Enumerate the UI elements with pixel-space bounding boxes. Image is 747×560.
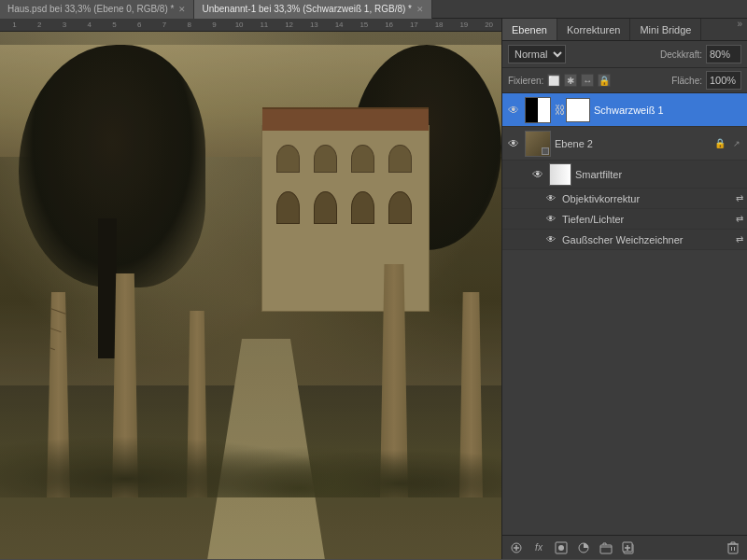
layer-item-objektivkorrektur[interactable]: 👁 Objektivkorrektur ⇄: [502, 189, 747, 209]
filter-arrow-tiefen[interactable]: ⇄: [736, 214, 743, 224]
layers-blend-row: Normal Deckkraft:: [502, 41, 747, 68]
layer-link-schwarzweiss: ⛓: [555, 104, 562, 117]
eye-icon-smartfilter[interactable]: 👁: [530, 167, 545, 182]
fx-label: fx: [535, 542, 543, 553]
tab-korrekturen-label: Korrekturen: [567, 24, 620, 35]
layer-thumb-smartfilter: [549, 163, 571, 186]
svg-rect-7: [728, 544, 738, 553]
ruler-tick: 14: [327, 21, 352, 29]
layer-item-tiefen[interactable]: 👁 Tiefen/Lichter ⇄: [502, 209, 747, 230]
tab-file-1[interactable]: Haus.psd bei 33,3% (Ebene 0, RGB/8) * ✕: [0, 0, 194, 19]
ruler-tick: 16: [376, 21, 402, 29]
ruler-tick: 7: [152, 21, 177, 29]
tab-ebenen[interactable]: Ebenen: [502, 19, 557, 40]
ruler-tick: 18: [427, 21, 452, 29]
link-layers-button[interactable]: [506, 539, 527, 557]
fix-icon-3[interactable]: ↔: [581, 74, 594, 87]
new-layer-button[interactable]: [618, 539, 639, 557]
ruler-tick: 9: [202, 21, 227, 29]
layer-item-ebene2[interactable]: 👁 Ebene 2 🔒 ↗: [502, 127, 747, 161]
layer-item-schwarzweiss[interactable]: 👁 ⛓ Schwarzweiß 1: [502, 93, 747, 127]
ruler-tick: 15: [352, 21, 377, 29]
sepia-overlay: [0, 32, 501, 559]
layers-list: 👁 ⛓ Schwarzweiß 1 👁 Ebene 2 🔒 ↗: [502, 93, 747, 535]
tab-file-2[interactable]: Unbenannt-1 bei 33,3% (Schwarzweiß 1, RG…: [194, 0, 432, 19]
opacity-label: Deckkraft:: [660, 49, 702, 60]
panel-tabs: Ebenen Korrekturen Mini Bridge »: [502, 19, 747, 41]
canvas-image: [0, 32, 501, 559]
layer-mask-thumb: [566, 98, 590, 122]
panel-menu-chevron: »: [737, 19, 742, 29]
horizontal-ruler: 1 2 3 4 5 6 7 8 9 10 11 12 13 14 15 16 1…: [0, 19, 501, 32]
layer-name-ebene2: Ebene 2: [555, 138, 710, 149]
fix-label: Fixieren:: [508, 76, 543, 86]
layer-name-tiefen: Tiefen/Lichter: [562, 214, 732, 225]
ruler-tick: 2: [27, 21, 52, 29]
svg-point-2: [558, 545, 564, 551]
ruler-tick: 3: [52, 21, 78, 29]
layer-badge-lock: 🔒: [713, 137, 726, 150]
ruler-tick: 10: [227, 21, 252, 29]
layers-panel: Ebenen Korrekturen Mini Bridge » Normal …: [501, 19, 747, 559]
smart-badge: [542, 147, 549, 155]
fx-button[interactable]: fx: [529, 539, 549, 557]
ruler-tick: 6: [127, 21, 152, 29]
layer-name-objektivkorrektur: Objektivkorrektur: [562, 193, 732, 204]
ruler-tick: 13: [302, 21, 327, 29]
filter-arrow-objektivkorrektur[interactable]: ⇄: [736, 193, 743, 203]
tab-label-2: Unbenannt-1 bei 33,3% (Schwarzweiß 1, RG…: [202, 4, 412, 14]
fix-icon-2[interactable]: ✱: [564, 74, 577, 87]
new-fill-layer-button[interactable]: [573, 539, 594, 557]
new-group-button[interactable]: [596, 539, 616, 557]
ruler-tick: 20: [476, 21, 501, 29]
layer-thumb-schwarzweiss: [525, 97, 551, 123]
tab-close-1[interactable]: ✕: [178, 5, 186, 14]
delete-layer-button[interactable]: [723, 539, 743, 557]
ruler-tick: 4: [77, 21, 102, 29]
ruler-tick: 19: [452, 21, 477, 29]
blend-mode-select[interactable]: Normal: [508, 45, 566, 63]
panel-menu-icon[interactable]: »: [732, 19, 747, 40]
fill-input[interactable]: [706, 71, 741, 90]
layer-badge-arrow: ↗: [730, 137, 743, 150]
layer-name-gauss: Gaußscher Weichzeichner: [562, 234, 732, 245]
main-area: 1 2 3 4 5 6 7 8 9 10 11 12 13 14 15 16 1…: [0, 19, 747, 559]
fill-label: Fläche:: [671, 76, 702, 86]
tab-close-2[interactable]: ✕: [416, 5, 424, 14]
opacity-input[interactable]: [706, 45, 741, 63]
canvas-area[interactable]: 1 2 3 4 5 6 7 8 9 10 11 12 13 14 15 16 1…: [0, 19, 501, 559]
tab-label-1: Haus.psd bei 33,3% (Ebene 0, RGB/8) *: [7, 4, 174, 14]
tab-mini-bridge-label: Mini Bridge: [640, 24, 691, 35]
layer-thumb-ebene2: [525, 131, 551, 157]
eye-icon-objektivkorrektur[interactable]: 👁: [543, 191, 558, 206]
eye-icon-ebene2[interactable]: 👁: [506, 136, 521, 151]
tab-ebenen-label: Ebenen: [512, 24, 547, 35]
fix-row: Fixieren: ⬜ ✱ ↔ 🔒 Fläche:: [502, 68, 747, 93]
ruler-tick: 8: [176, 21, 202, 29]
layers-bottom-toolbar: fx: [502, 535, 747, 559]
layer-item-smartfilter[interactable]: 👁 Smartfilter: [502, 161, 747, 189]
fix-icon-4[interactable]: 🔒: [598, 74, 611, 87]
tab-mini-bridge[interactable]: Mini Bridge: [630, 19, 701, 40]
layer-name-schwarzweiss: Schwarzweiß 1: [594, 105, 743, 116]
ruler-tick: 1: [2, 21, 27, 29]
tab-bar: Haus.psd bei 33,3% (Ebene 0, RGB/8) * ✕ …: [0, 0, 747, 19]
svg-rect-4: [600, 545, 612, 553]
eye-icon-tiefen[interactable]: 👁: [543, 212, 558, 227]
fix-icon-1[interactable]: ⬜: [547, 74, 560, 87]
ruler-tick: 12: [276, 21, 302, 29]
eye-icon-gauss[interactable]: 👁: [543, 232, 558, 247]
ruler-tick: 5: [102, 21, 127, 29]
ruler-tick: 17: [402, 21, 427, 29]
filter-arrow-gauss[interactable]: ⇄: [736, 234, 743, 245]
eye-icon-schwarzweiss[interactable]: 👁: [506, 103, 521, 118]
add-mask-button[interactable]: [551, 539, 571, 557]
layer-item-gauss[interactable]: 👁 Gaußscher Weichzeichner ⇄: [502, 230, 747, 250]
layer-name-smartfilter: Smartfilter: [575, 169, 743, 180]
ruler-tick: 11: [252, 21, 277, 29]
tab-korrekturen[interactable]: Korrekturen: [557, 19, 630, 40]
